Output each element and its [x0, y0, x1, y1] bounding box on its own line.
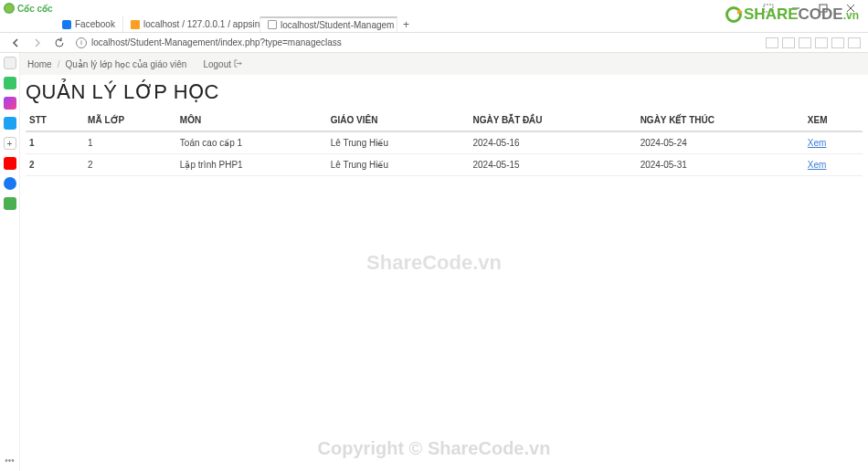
- twitter-icon[interactable]: [4, 117, 16, 130]
- sharecode-logo: SHARECODE.vn: [725, 5, 859, 24]
- history-icon[interactable]: [4, 57, 16, 69]
- extension-icon[interactable]: [766, 37, 778, 48]
- tab-label: Facebook: [75, 19, 115, 29]
- app-name: Cốc cốc: [17, 4, 53, 14]
- sidebar-more-icon[interactable]: •••: [0, 455, 19, 466]
- cell-malop: 2: [84, 154, 176, 176]
- nav-forward-button[interactable]: [29, 35, 46, 51]
- logout-icon: [234, 59, 242, 69]
- page-icon: [268, 20, 277, 29]
- page-content: Home / Quản lý lớp học của giáo viên Log…: [20, 53, 868, 176]
- view-link[interactable]: Xem: [808, 160, 827, 170]
- th-malop: MÃ LỚP: [84, 110, 176, 131]
- th-gv: GIÁO VIÊN: [327, 110, 470, 131]
- site-info-icon[interactable]: i: [76, 37, 87, 48]
- nav-back-button[interactable]: [7, 35, 24, 51]
- cell-gv: Lê Trung Hiếu: [327, 131, 470, 154]
- new-tab-button[interactable]: +: [397, 18, 415, 31]
- url-text: localhost/Student-Management/index.php?t…: [91, 37, 342, 47]
- table-row: 1 1 Toán cao cấp 1 Lê Trung Hiếu 2024-05…: [26, 131, 863, 154]
- th-start: NGÀY BẮT ĐẦU: [469, 110, 636, 131]
- tab-label: localhost / 127.0.0.1 / appsinhvie: [143, 19, 260, 29]
- extension-icon[interactable]: [782, 37, 795, 48]
- tab-localhost-active[interactable]: localhost/Student-Managem ×: [260, 16, 397, 32]
- breadcrumb: Home / Quản lý lớp học của giáo viên Log…: [20, 53, 868, 75]
- breadcrumb-page: Quản lý lớp học của giáo viên: [65, 59, 186, 69]
- cell-mon: Lập trình PHP1: [176, 154, 327, 176]
- cell-stt: 2: [26, 154, 84, 176]
- th-stt: STT: [26, 110, 84, 131]
- extension-icon[interactable]: [815, 37, 828, 48]
- th-xem: XEM: [804, 110, 863, 131]
- phpmyadmin-icon: [131, 20, 140, 29]
- logout-label: Logout: [203, 59, 231, 69]
- breadcrumb-home[interactable]: Home: [27, 59, 52, 69]
- cell-stt: 1: [26, 131, 84, 154]
- messenger-icon[interactable]: [4, 97, 16, 110]
- browser-sidebar: + •••: [0, 53, 20, 471]
- url-field[interactable]: i localhost/Student-Management/index.php…: [73, 37, 760, 48]
- extension-icon[interactable]: [799, 37, 811, 48]
- page-title: QUẢN LÝ LỚP HỌC: [26, 80, 863, 104]
- chat-icon[interactable]: [4, 77, 16, 89]
- class-table: STT MÃ LỚP MÔN GIÁO VIÊN NGÀY BẮT ĐẦU NG…: [26, 110, 863, 176]
- youtube-icon[interactable]: [4, 157, 16, 170]
- cell-end: 2024-05-31: [637, 154, 804, 176]
- app-icon[interactable]: [4, 197, 16, 210]
- add-app-icon[interactable]: +: [4, 137, 16, 150]
- tab-facebook[interactable]: Facebook: [55, 16, 123, 32]
- cell-start: 2024-05-16: [469, 131, 636, 154]
- table-row: 2 2 Lập trình PHP1 Lê Trung Hiếu 2024-05…: [26, 154, 863, 176]
- cell-start: 2024-05-15: [469, 154, 636, 176]
- tab-label: localhost/Student-Managem: [281, 20, 395, 30]
- th-end: NGÀY KẾT THÚC: [637, 110, 804, 131]
- nav-reload-button[interactable]: [51, 35, 68, 51]
- extension-icon[interactable]: [848, 37, 861, 48]
- view-link[interactable]: Xem: [808, 138, 827, 148]
- logout-link[interactable]: Logout: [203, 59, 242, 69]
- cell-gv: Lê Trung Hiếu: [327, 154, 470, 176]
- coccoc-logo-icon: [4, 3, 15, 14]
- tab-phpmyadmin[interactable]: localhost / 127.0.0.1 / appsinhvie: [123, 16, 260, 32]
- th-mon: MÔN: [176, 110, 327, 131]
- cell-malop: 1: [84, 131, 176, 154]
- watermark-copyright: Copyright © ShareCode.vn: [0, 438, 868, 459]
- cell-mon: Toán cao cấp 1: [176, 131, 327, 154]
- breadcrumb-sep: /: [58, 59, 60, 69]
- extension-icon[interactable]: [831, 37, 844, 48]
- facebook-icon: [62, 20, 71, 29]
- facebook-sidebar-icon[interactable]: [4, 177, 16, 190]
- cell-end: 2024-05-24: [637, 131, 804, 154]
- address-bar: i localhost/Student-Management/index.php…: [0, 33, 868, 53]
- sharecode-logo-icon: [725, 6, 742, 23]
- addr-actions: [766, 37, 861, 48]
- watermark-center: ShareCode.vn: [0, 251, 868, 275]
